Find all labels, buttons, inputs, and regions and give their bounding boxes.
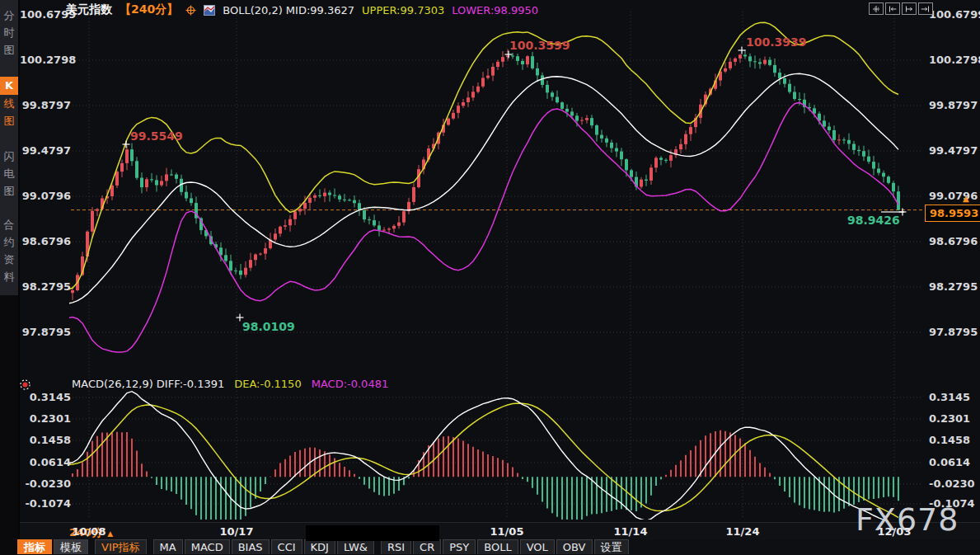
sidebar-item-char: 图 xyxy=(4,41,15,59)
price-axis-label: 97.8795 xyxy=(20,326,71,338)
price-up-arrow-icon: ▲ xyxy=(963,194,969,203)
macd-axis-label: 0.1458 xyxy=(20,434,71,446)
sidebar-item-char: 分 xyxy=(4,7,15,24)
toolbar-button[interactable]: VIP指标 xyxy=(95,539,147,554)
macd-header: MACD(26,12,9) DIFF:-0.1391 DEA:-0.1150 M… xyxy=(72,378,388,390)
pan-icon[interactable] xyxy=(869,2,884,15)
macd-axis-label: -0.1074 xyxy=(20,497,71,510)
price-axis-label: 99.0796 xyxy=(929,190,980,202)
chart-view-controls xyxy=(869,2,933,15)
sidebar: 分时图K线图闪电图合约资料 xyxy=(0,0,20,555)
shift-right-icon[interactable] xyxy=(918,2,933,15)
macd-dea-label: DEA:-0.1150 xyxy=(234,378,301,390)
macd-diff-label: MACD(26,12,9) DIFF:-0.1391 xyxy=(72,378,224,390)
mini-chart-icon xyxy=(204,5,215,16)
sidebar-item-char: 闪 xyxy=(4,148,15,165)
sidebar-item-3[interactable]: 合约资料 xyxy=(0,216,18,285)
boll-lower-label: LOWER:98.9950 xyxy=(452,4,538,16)
toolbar-button[interactable]: LW& xyxy=(337,539,374,554)
price-annotation: 100.3939 xyxy=(746,35,807,49)
price-annotation: 98.9426 xyxy=(847,214,900,227)
price-annotation: 98.0109 xyxy=(242,320,295,333)
price-axis-label: 99.4797 xyxy=(20,144,71,157)
price-axis-label: 98.6796 xyxy=(20,235,71,247)
macd-axis-label: 0.2301 xyxy=(929,412,980,425)
indicator-settings-icon[interactable] xyxy=(19,379,31,394)
current-price-value: 98.9593 xyxy=(930,207,978,219)
current-price-tag: 98.9593 xyxy=(925,205,980,222)
price-axis-label: 100.6799 xyxy=(20,8,71,21)
sidebar-item-char: 时 xyxy=(4,24,15,41)
price-axis-label: 100.2798 xyxy=(20,54,71,66)
toolbar-button[interactable]: CR xyxy=(413,539,441,554)
toolbar-button[interactable]: VOL xyxy=(520,539,555,554)
price-axis-label: 99.8797 xyxy=(929,99,980,111)
symbol-title: 美元指数 xyxy=(66,2,112,17)
price-annotation: 99.5549 xyxy=(130,129,183,143)
sidebar-item-char: K xyxy=(0,77,18,95)
macd-value-label: MACD:-0.0481 xyxy=(312,378,389,390)
chart-canvas[interactable] xyxy=(0,0,980,555)
sidebar-item-char: 线 xyxy=(4,95,15,112)
crosshair-target-icon[interactable] xyxy=(185,5,196,16)
sidebar-item-2[interactable]: 闪电图 xyxy=(0,148,18,200)
price-axis-label: 100.2798 xyxy=(929,54,980,66)
toolbar-button[interactable]: BOLL xyxy=(477,539,518,554)
toolbar-button[interactable]: MA xyxy=(153,539,183,554)
price-axis-label: 98.6796 xyxy=(929,235,980,247)
macd-axis-label: 0.2301 xyxy=(20,412,71,425)
price-axis-label: 99.8797 xyxy=(20,99,71,111)
date-label: 10/17 xyxy=(220,525,254,538)
redacted-region xyxy=(306,525,439,541)
sidebar-item-char: 合 xyxy=(4,216,15,233)
chevron-up-icon: ▲ xyxy=(107,529,113,538)
fit-left-icon[interactable] xyxy=(885,2,900,15)
toolbar-button[interactable]: 设置 xyxy=(594,539,629,554)
toolbar-button[interactable]: KDJ xyxy=(304,539,335,554)
period-label: 【240分】 xyxy=(120,2,178,17)
date-label: 11/05 xyxy=(490,525,524,538)
sidebar-item-char: 图 xyxy=(4,112,15,129)
date-label: 11/14 xyxy=(614,525,648,538)
trading-terminal: 分时图K线图闪电图合约资料 美元指数 【240分】 BOLL(20,2) MID… xyxy=(0,0,980,555)
toolbar-button[interactable]: OBV xyxy=(556,539,593,554)
toolbar-button[interactable]: 指标 xyxy=(17,539,52,554)
bottom-toolbar: 指标模板VIP指标MAMACDBIASCCIKDJLW&RSICRPSYBOLL… xyxy=(17,539,629,555)
date-label: 11/24 xyxy=(726,525,760,538)
macd-axis-label: 0.0614 xyxy=(929,456,980,468)
sidebar-item-char: 资 xyxy=(4,251,15,268)
price-axis-label: 98.2795 xyxy=(929,280,980,293)
toolbar-button[interactable]: RSI xyxy=(381,539,411,554)
macd-axis-label: 0.1458 xyxy=(929,434,980,446)
price-annotation: 100.3599 xyxy=(509,39,570,52)
macd-axis-label: -0.0230 xyxy=(929,477,980,490)
sidebar-item-0[interactable]: 分时图 xyxy=(0,7,18,59)
boll-upper-label: UPPER:99.7303 xyxy=(362,4,444,16)
sidebar-item-char: 料 xyxy=(4,268,15,285)
price-axis-label: 98.2795 xyxy=(20,280,71,293)
macd-axis-label: 0.0614 xyxy=(20,456,71,468)
price-axis-label: 99.4797 xyxy=(929,144,980,157)
toolbar-button[interactable]: PSY xyxy=(443,539,476,554)
sidebar-item-char: 图 xyxy=(4,182,15,200)
sidebar-item-char: 电 xyxy=(4,165,15,182)
macd-axis-label: -0.0230 xyxy=(20,477,71,490)
toolbar-button[interactable]: MACD xyxy=(185,539,230,554)
chart-header: 美元指数 【240分】 BOLL(20,2) MID:99.3627 UPPER… xyxy=(66,2,538,17)
price-axis-label: 100.6799 xyxy=(929,8,980,21)
price-axis-label: 97.8795 xyxy=(929,326,980,338)
date-label: 12/03 xyxy=(878,525,912,538)
toolbar-button[interactable]: CCI xyxy=(271,539,302,554)
sidebar-item-char: 约 xyxy=(4,233,15,251)
price-axis-label: 99.0796 xyxy=(20,190,71,202)
sidebar-item-1[interactable]: K线图 xyxy=(0,77,18,129)
date-label: 10/08 xyxy=(73,525,106,538)
fit-right-icon[interactable] xyxy=(902,2,917,15)
macd-axis-label: 0.3145 xyxy=(929,391,980,403)
toolbar-button[interactable]: BIAS xyxy=(232,539,270,554)
boll-mid-label: BOLL(20,2) MID:99.3627 xyxy=(223,4,354,16)
toolbar-button[interactable]: 模板 xyxy=(54,539,88,554)
